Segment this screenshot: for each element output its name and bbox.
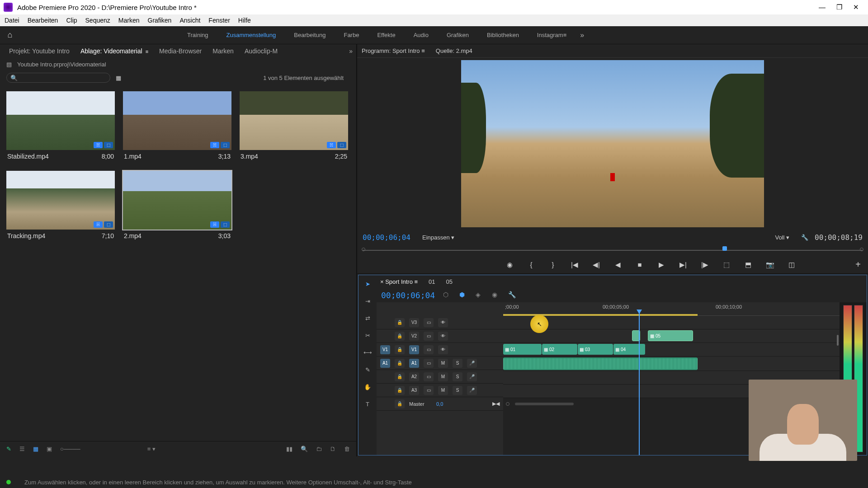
find-icon[interactable]: 🔍 <box>301 446 308 452</box>
go-to-out-button[interactable]: |▶ <box>700 260 710 270</box>
media-thumb[interactable]: ☵⬚2.mp43;03 <box>123 171 231 242</box>
panel-tab[interactable]: Media-Browser <box>154 46 207 56</box>
marker-add-icon[interactable]: ◉ <box>492 291 500 299</box>
program-scrubber[interactable] <box>357 245 868 256</box>
frame-back-button[interactable]: ◀ <box>613 260 623 270</box>
workspace-menu-icon[interactable]: ≡ <box>563 32 567 38</box>
type-tool[interactable]: T <box>363 399 373 409</box>
play-button[interactable]: ▶ <box>656 260 666 270</box>
pen-tool[interactable]: ✎ <box>363 365 373 375</box>
frame-forward-button[interactable]: ▶| <box>678 260 688 270</box>
stop-button[interactable]: ■ <box>635 260 645 270</box>
pen-tool-icon[interactable]: ✎ <box>6 446 11 452</box>
quality-dropdown[interactable]: Voll ▾ <box>769 233 795 242</box>
menu-datei[interactable]: Datei <box>5 17 19 24</box>
menu-ansicht[interactable]: Ansicht <box>179 17 200 24</box>
minimize-button[interactable]: — <box>819 3 826 11</box>
bin-icon[interactable]: ▧ <box>6 61 12 68</box>
maximize-button[interactable]: ❐ <box>836 3 842 11</box>
media-thumb[interactable]: ☵⬚Stabilized.mp48;00 <box>6 91 115 163</box>
workspace-overflow-icon[interactable]: » <box>580 31 584 39</box>
add-button[interactable]: + <box>855 259 861 270</box>
track-header-V1[interactable]: V1🔒V1▭👁 <box>377 343 503 357</box>
search-input[interactable]: 🔍 <box>6 73 110 83</box>
workspace-zusammenstellung[interactable]: Zusammenstellung <box>226 32 276 38</box>
step-back-button[interactable]: ◀| <box>591 260 601 270</box>
media-thumb[interactable]: ☵⬚1.mp43;13 <box>123 91 231 163</box>
zoom-out-handle[interactable] <box>506 402 509 406</box>
clip-v1-3[interactable]: ▦ 03 <box>578 344 613 355</box>
program-timecode[interactable]: 00;00;06;04 <box>363 233 410 242</box>
menu-fenster[interactable]: Fenster <box>208 17 230 24</box>
panel-overflow-icon[interactable]: » <box>349 47 353 55</box>
automate-icon[interactable]: ▮▮ <box>286 446 292 452</box>
extract-button[interactable]: ⬒ <box>743 260 753 270</box>
lift-button[interactable]: ⬚ <box>722 260 731 270</box>
slip-tool[interactable]: ⟷ <box>363 347 373 357</box>
workspace-effekte[interactable]: Effekte <box>377 32 395 38</box>
track-header-A2[interactable]: 🔒A2▭MS🎤 <box>377 370 503 384</box>
ripple-tool[interactable]: ⇄ <box>363 313 373 323</box>
freeform-view-icon[interactable]: ▣ <box>47 446 52 452</box>
vertical-scrollbar[interactable] <box>837 335 839 346</box>
razor-tool[interactable]: ✂ <box>363 330 373 340</box>
panel-tab[interactable]: Ablage: Videomaterial ≡ <box>75 46 154 56</box>
export-frame-button[interactable]: 📷 <box>765 260 775 270</box>
track-header-V2[interactable]: 🔒V2▭👁 <box>377 329 503 343</box>
program-viewer[interactable] <box>357 58 868 230</box>
timeline-ruler[interactable]: ;00;00 00;00;05;00 00;00;10;00 <box>503 302 840 316</box>
go-to-in-button[interactable]: |◀ <box>570 260 580 270</box>
link-icon[interactable]: ⬢ <box>459 291 467 299</box>
fit-dropdown[interactable]: Einpassen ▾ <box>417 233 460 242</box>
workspace-audio[interactable]: Audio <box>414 32 429 38</box>
clip-v1-4[interactable]: ▦ 04 <box>613 344 645 355</box>
icon-view-icon[interactable]: ▦ <box>33 446 38 452</box>
mark-in-icon[interactable]: { <box>526 260 536 270</box>
snap-icon[interactable]: ⬡ <box>443 291 451 299</box>
close-button[interactable]: ✕ <box>853 3 859 11</box>
new-item-button[interactable]: 🗋 <box>330 446 336 452</box>
comparison-button[interactable]: ◫ <box>787 260 797 270</box>
track-header-A3[interactable]: 🔒A3▭MS🎤 <box>377 384 503 397</box>
clip-v1-1[interactable]: ▦ 01 <box>503 344 542 355</box>
delete-button[interactable]: 🗑 <box>344 446 350 452</box>
zoom-slider[interactable]: ○──── <box>60 446 80 452</box>
marker-icon[interactable]: ◈ <box>476 291 484 299</box>
new-bin-button[interactable]: 🗀 <box>316 446 322 452</box>
panel-tab[interactable]: Marken <box>207 46 239 56</box>
settings-icon[interactable]: 🔧 <box>508 291 516 299</box>
mark-out-icon[interactable]: } <box>548 260 558 270</box>
sequence-tab[interactable]: 01 <box>429 278 435 285</box>
menu-sequenz[interactable]: Sequenz <box>85 17 110 24</box>
media-thumb[interactable]: ☵⬚3.mp42;25 <box>240 91 348 163</box>
list-view-icon[interactable]: ☰ <box>19 446 25 452</box>
selection-tool[interactable]: ➤ <box>363 279 373 289</box>
workspace-farbe[interactable]: Farbe <box>344 32 359 38</box>
menu-hilfe[interactable]: Hilfe <box>238 17 251 24</box>
workspace-instagram[interactable]: Instagram <box>537 32 563 38</box>
panel-tab[interactable]: Audioclip-M <box>239 46 283 56</box>
source-tab[interactable]: Quelle: 2.mp4 <box>436 47 472 54</box>
clip-v2[interactable]: ▦ 05 <box>648 330 693 341</box>
workspace-grafiken[interactable]: Grafiken <box>447 32 469 38</box>
sort-icon[interactable]: ≡ ▾ <box>147 446 156 452</box>
clip-a1[interactable] <box>503 357 698 370</box>
menu-bearbeiten[interactable]: Bearbeiten <box>28 17 58 24</box>
new-bin-icon[interactable]: ▦ <box>116 75 121 81</box>
menu-clip[interactable]: Clip <box>66 17 77 24</box>
timeline-timecode[interactable]: 00;00;06;04 <box>381 291 435 300</box>
zoom-scrollbar[interactable] <box>515 403 574 405</box>
panel-tab[interactable]: Projekt: Youtube Intro <box>4 46 75 56</box>
master-track[interactable]: 🔒Master0,0▶◀ <box>377 397 503 411</box>
home-button[interactable]: ⌂ <box>5 30 15 41</box>
track-select-tool[interactable]: ⇥ <box>363 296 373 306</box>
clip-v1-2[interactable]: ▦ 02 <box>542 344 577 355</box>
program-tab[interactable]: Programm: Sport Intro ≡ <box>362 47 425 54</box>
playhead[interactable] <box>639 312 640 455</box>
media-thumb[interactable]: ☵⬚Tracking.mp47;10 <box>6 171 115 242</box>
menu-grafiken[interactable]: Grafiken <box>148 17 172 24</box>
menu-marken[interactable]: Marken <box>118 17 140 24</box>
workspace-training[interactable]: Training <box>187 32 208 38</box>
mark-in-button[interactable]: ◉ <box>505 260 514 270</box>
hand-tool[interactable]: ✋ <box>363 382 373 392</box>
